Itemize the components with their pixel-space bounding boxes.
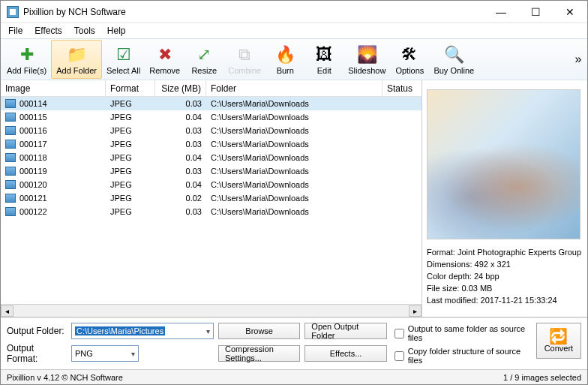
select-all-icon: ☑ [113,44,134,65]
browse-button[interactable]: Browse [218,323,300,339]
table-row[interactable]: 000116JPEG0.03C:\Users\Maria\Downloads [1,124,422,137]
scroll-left-button[interactable]: ◂ [1,305,14,317]
file-list[interactable]: 000114JPEG0.03C:\Users\Maria\Downloads00… [1,97,422,304]
remove-button[interactable]: ✖Remove [145,40,184,79]
cell-folder: C:\Users\Maria\Downloads [206,180,382,189]
cell-size: 0.04 [155,113,206,122]
cell-folder: C:\Users\Maria\Downloads [206,140,382,149]
cell-image: 000117 [1,140,106,149]
buy-online-icon: 🔍 [443,44,464,65]
close-button[interactable]: ✕ [553,1,587,23]
cell-image: 000119 [1,167,106,176]
edit-icon: 🖼 [314,44,334,65]
scroll-right-button[interactable]: ▸ [409,305,422,317]
copy-folder-structure-checkbox[interactable]: Copy folder structure of source files [394,347,529,365]
meta-format-label: Format: [427,248,455,257]
output-folder-combo[interactable]: C:\Users\Maria\Pictures [71,323,214,339]
table-row[interactable]: 000117JPEG0.03C:\Users\Maria\Downloads [1,137,422,151]
status-left: Pixillion v 4.12 © NCH Software [7,373,123,382]
cell-size: 0.03 [155,207,206,216]
cell-format: JPEG [106,99,155,108]
minimize-button[interactable]: — [484,1,518,23]
same-folder-input[interactable] [394,329,404,338]
file-name: 000117 [20,140,47,149]
maximize-button[interactable]: ☐ [518,1,553,23]
column-folder[interactable]: Folder [206,80,382,96]
menu-help[interactable]: Help [103,24,130,38]
cell-folder: C:\Users\Maria\Downloads [206,126,382,135]
meta-modified-label: Last modified: [427,296,478,305]
cell-format: JPEG [106,194,155,203]
output-folder-value: C:\Users\Maria\Pictures [75,326,165,335]
burn-button[interactable]: 🔥Burn [266,40,304,79]
cell-folder: C:\Users\Maria\Downloads [206,99,382,108]
cell-image: 000114 [1,99,106,108]
edit-button[interactable]: 🖼Edit [304,40,344,79]
select-all-button[interactable]: ☑Select All [102,40,145,79]
column-status[interactable]: Status [382,80,422,96]
meta-format-value: Joint Photographic Experts Group [458,248,581,257]
convert-button[interactable]: 🔁 Convert [536,323,581,359]
window-title: Pixillion by NCH Software [23,7,484,17]
file-icon [5,99,16,108]
table-row[interactable]: 000119JPEG0.03C:\Users\Maria\Downloads [1,164,422,178]
add-files-button[interactable]: ✚Add File(s) [2,40,51,79]
menu-file[interactable]: File [4,24,27,38]
file-name: 000114 [20,99,47,108]
cell-format: JPEG [106,126,155,135]
table-row[interactable]: 000120JPEG0.04C:\Users\Maria\Downloads [1,178,422,191]
cell-format: JPEG [106,167,155,176]
combine-button: ⧉Combine [224,40,266,79]
file-name: 000122 [20,207,47,216]
table-row[interactable]: 000121JPEG0.02C:\Users\Maria\Downloads [1,191,422,205]
copy-structure-input[interactable] [394,351,404,361]
folder-plus-icon: 📁 [66,44,87,65]
app-icon [7,6,19,18]
table-row[interactable]: 000122JPEG0.03C:\Users\Maria\Downloads [1,205,422,218]
file-icon [5,113,16,122]
file-name: 000115 [20,113,47,122]
preview-image [427,89,580,239]
column-size[interactable]: Size (MB) [155,80,206,96]
cell-folder: C:\Users\Maria\Downloads [206,207,382,216]
title-bar: Pixillion by NCH Software — ☐ ✕ [1,1,587,23]
options-button[interactable]: 🛠Options [390,40,429,79]
table-row[interactable]: 000114JPEG0.03C:\Users\Maria\Downloads [1,97,422,110]
column-image[interactable]: Image [1,80,106,96]
convert-icon: 🔁 [549,329,568,344]
output-format-label: Output Format: [7,343,67,364]
meta-filesize-value: 0.03 MB [461,284,492,293]
buy-online-button[interactable]: 🔍Buy Online [429,40,478,79]
output-same-folder-checkbox[interactable]: Output to same folder as source files [394,324,529,342]
resize-button[interactable]: ⤢Resize [184,40,224,79]
toolbar-overflow-button[interactable]: » [574,53,586,66]
combine-icon: ⧉ [234,44,255,65]
column-headers: Image Format Size (MB) Folder Status [1,80,422,97]
output-format-combo[interactable]: PNG [71,345,139,362]
cell-image: 000122 [1,207,106,216]
meta-filesize-label: File size: [427,284,459,293]
compression-settings-button[interactable]: Compression Settings... [218,345,300,362]
cell-format: JPEG [106,180,155,189]
slideshow-icon: 🌄 [356,44,377,65]
preview-metadata: Format: Joint Photographic Experts Group… [427,247,583,307]
effects-button[interactable]: Effects... [304,345,386,362]
cell-size: 0.02 [155,194,206,203]
cell-size: 0.03 [155,99,206,108]
column-format[interactable]: Format [106,80,155,96]
cell-format: JPEG [106,153,155,162]
cell-image: 000115 [1,113,106,122]
table-row[interactable]: 000118JPEG0.04C:\Users\Maria\Downloads [1,151,422,164]
table-row[interactable]: 000115JPEG0.04C:\Users\Maria\Downloads [1,110,422,124]
cell-folder: C:\Users\Maria\Downloads [206,113,382,122]
slideshow-button[interactable]: 🌄Slideshow [344,40,390,79]
menu-effects[interactable]: Effects [30,24,66,38]
open-output-folder-button[interactable]: Open Output Folder [304,323,386,339]
file-icon [5,153,16,162]
resize-icon: ⤢ [194,44,214,65]
horizontal-scrollbar[interactable]: ◂ ▸ [1,304,422,317]
cell-folder: C:\Users\Maria\Downloads [206,194,382,203]
cell-size: 0.03 [155,140,206,149]
menu-tools[interactable]: Tools [70,24,100,38]
add-folder-button[interactable]: 📁Add Folder [51,40,102,79]
